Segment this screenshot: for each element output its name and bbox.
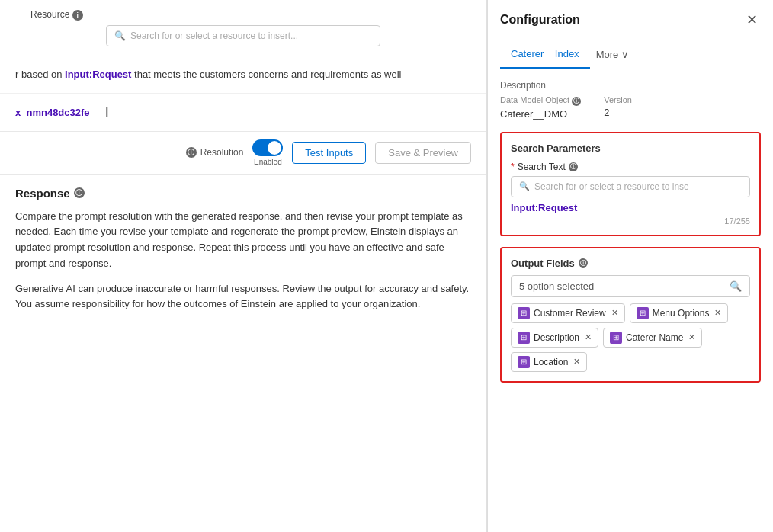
resolution-label: ⓘ Resolution: [186, 147, 244, 158]
tags-row: Customer Review ✕ Menu Options ✕ Descrip…: [511, 303, 750, 372]
selected-count-text: 5 option selected: [519, 280, 594, 292]
cursor-icon: I: [105, 104, 110, 121]
tag-remove-menu-options[interactable]: ✕: [714, 308, 721, 318]
tag-remove-location[interactable]: ✕: [573, 357, 580, 367]
tag-label-menu-options: Menu Options: [653, 308, 710, 319]
search-text-field-label: * Search Text ⓘ: [511, 162, 750, 172]
response-paragraph-2: Generative AI can produce inaccurate or …: [15, 281, 471, 313]
config-tabs: Caterer__Index More ∨: [488, 40, 773, 69]
meta-row: Data Model Object ⓘ Caterer__DMO Version…: [500, 95, 761, 120]
close-button[interactable]: ✕: [743, 11, 761, 29]
response-title: Response ⓘ: [15, 187, 471, 200]
tag-icon-menu-options: [637, 307, 649, 319]
tag-location: Location ✕: [511, 352, 587, 372]
meta-version-value: 2: [604, 107, 632, 118]
toggle-enabled-label: Enabled: [254, 158, 282, 166]
search-params-box: Search Parameters * Search Text ⓘ 🔍 Sear…: [500, 132, 761, 236]
search-text-info-icon: ⓘ: [569, 162, 578, 171]
tag-label-description: Description: [534, 332, 579, 343]
resource-bar: Resource i 🔍 Search for or select a reso…: [0, 0, 486, 56]
tag-caterer-name: Caterer Name ✕: [603, 328, 702, 348]
left-panel: Resource i 🔍 Search for or select a reso…: [0, 0, 487, 532]
id-text: x_nmn48dc32fe: [15, 107, 90, 118]
response-info-icon: ⓘ: [74, 187, 85, 198]
id-text-area: x_nmn48dc32fe I: [0, 94, 486, 132]
description-label: Description: [500, 80, 761, 91]
resource-search-box[interactable]: 🔍 Search for or select a resource to ins…: [106, 25, 380, 46]
tag-label-customer-review: Customer Review: [534, 308, 606, 319]
resource-placeholder-text: Search for or select a resource to inser…: [130, 30, 298, 41]
tag-label-caterer-name: Caterer Name: [626, 332, 683, 343]
tab-more[interactable]: More ∨: [590, 41, 636, 68]
test-inputs-button[interactable]: Test Inputs: [292, 142, 366, 164]
config-body: Description Data Model Object ⓘ Caterer_…: [488, 69, 773, 532]
tag-remove-caterer-name[interactable]: ✕: [688, 332, 695, 342]
tag-label-location: Location: [534, 357, 568, 367]
save-preview-button[interactable]: Save & Preview: [375, 142, 471, 164]
output-search-icon: 🔍: [730, 280, 742, 292]
resolution-toggle-wrapper: Enabled: [252, 139, 283, 166]
config-title: Configuration: [500, 13, 580, 27]
tag-icon-customer-review: [518, 307, 530, 319]
tag-menu-options: Menu Options ✕: [630, 303, 729, 323]
meta-data-model-label: Data Model Object ⓘ: [500, 95, 581, 106]
tag-customer-review: Customer Review ✕: [511, 303, 625, 323]
chevron-down-icon: ∨: [621, 49, 629, 60]
output-fields-info-icon: ⓘ: [579, 258, 588, 268]
meta-data-model-info-icon: ⓘ: [572, 97, 581, 106]
meta-version: Version 2: [604, 95, 632, 120]
resolution-info-icon: ⓘ: [186, 147, 197, 158]
selected-count-box[interactable]: 5 option selected 🔍: [511, 275, 750, 297]
right-panel: Configuration ✕ Caterer__Index More ∨ De…: [487, 0, 773, 532]
search-text-input[interactable]: 🔍 Search for or select a resource to ins…: [511, 176, 750, 197]
search-input-icon: 🔍: [519, 181, 530, 191]
tag-remove-customer-review[interactable]: ✕: [611, 308, 618, 318]
response-body: Compare the prompt resolution with the g…: [15, 209, 471, 313]
config-header: Configuration ✕: [488, 0, 773, 40]
output-fields-header: Output Fields ⓘ: [511, 258, 750, 269]
required-star: *: [511, 162, 515, 172]
response-paragraph-1: Compare the prompt resolution with the g…: [15, 209, 471, 272]
response-section: Response ⓘ Compare the prompt resolution…: [0, 175, 486, 533]
char-count: 17/255: [511, 213, 750, 226]
resource-label: Resource i: [30, 9, 83, 21]
tag-icon-caterer-name: [610, 332, 622, 344]
input-request-inline: Input:Request: [65, 69, 131, 80]
search-icon: 🔍: [114, 30, 126, 41]
resource-info-icon: i: [72, 10, 83, 21]
tag-icon-location: [518, 356, 530, 368]
tab-caterer-index[interactable]: Caterer__Index: [500, 40, 590, 69]
output-fields-title: Output Fields ⓘ: [511, 258, 588, 269]
tag-remove-description[interactable]: ✕: [585, 332, 592, 342]
meta-data-model-value: Caterer__DMO: [500, 108, 581, 120]
content-text-block: r based on Input:Request that meets the …: [0, 56, 486, 94]
tag-icon-description: [518, 332, 530, 344]
search-input-placeholder: Search for or select a resource to inse: [534, 181, 689, 192]
tag-description: Description ✕: [511, 328, 598, 348]
output-fields-box: Output Fields ⓘ 5 option selected 🔍 Cust…: [500, 247, 761, 383]
search-params-title: Search Parameters: [511, 143, 750, 154]
resolution-toggle[interactable]: [252, 139, 283, 156]
search-input-request-tag: Input:Request: [511, 202, 750, 213]
controls-bar: ⓘ Resolution Enabled Test Inputs Save & …: [0, 132, 486, 175]
meta-data-model: Data Model Object ⓘ Caterer__DMO: [500, 95, 581, 120]
meta-version-label: Version: [604, 95, 632, 104]
